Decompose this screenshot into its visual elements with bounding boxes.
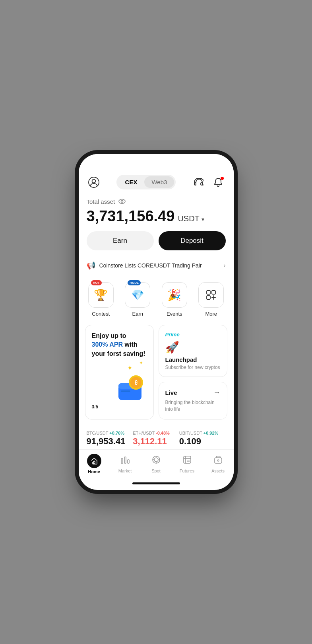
launchpad-subtitle: Subscribe for new cryptos [165, 365, 221, 370]
announcement-content: 📢 Coinstore Lists CORE/USDT Trading Pair [87, 261, 202, 270]
cex-tab[interactable]: CEX [118, 176, 145, 188]
contest-hot-badge: HOT [91, 280, 102, 285]
svg-rect-24 [184, 456, 191, 463]
home-icon [87, 454, 101, 468]
contest-label: Contest [92, 311, 110, 317]
events-icon-box: 🎉 [162, 282, 187, 308]
action-buttons: Earn Deposit [79, 231, 234, 257]
svg-point-1 [92, 179, 95, 183]
events-label: Events [167, 311, 182, 317]
mode-toggle[interactable]: CEX Web3 [116, 175, 176, 189]
earn-button[interactable]: Earn [87, 231, 154, 250]
nav-market[interactable]: Market [113, 455, 137, 473]
ticker-row: BTC/USDT +0.76% 91,953.41 ETH/USDT -0.48… [87, 431, 226, 447]
apr-value: 300% APR [92, 341, 123, 348]
earn-hodl-badge: HODL [128, 280, 141, 285]
bottom-nav: Home Market [79, 449, 234, 476]
home-label: Home [88, 469, 100, 474]
svg-rect-3 [201, 183, 202, 185]
earn-menu-icon: 💎 [131, 289, 144, 301]
megaphone-icon: 📢 [87, 261, 95, 270]
sparkle-2: ✦ [139, 360, 143, 366]
contest-icon-box: 🏆 HOT [88, 282, 114, 308]
svg-rect-6 [207, 291, 210, 294]
svg-rect-16 [124, 457, 126, 463]
svg-rect-14 [121, 390, 130, 392]
ticker-dots [87, 447, 226, 449]
announcement-chevron: › [223, 262, 225, 269]
svg-point-30 [217, 460, 219, 461]
futures-icon [182, 455, 192, 467]
svg-text:₿: ₿ [134, 379, 137, 386]
futures-label: Futures [180, 468, 194, 473]
menu-item-earn[interactable]: 💎 HODL Earn [124, 282, 151, 317]
home-indicator [79, 476, 234, 490]
spot-label: Spot [151, 468, 161, 473]
eth-price: 3,112.11 [133, 436, 179, 447]
cards-section: Enjoy up to 300% APR with your forst sav… [79, 320, 234, 424]
svg-rect-29 [215, 458, 222, 463]
nav-spot[interactable]: Spot [144, 455, 168, 473]
earn-menu-label: Earn [132, 311, 143, 317]
nav-assets[interactable]: Assets [206, 455, 230, 473]
coin-illustration: ✦ ✦ ₿ [92, 372, 147, 404]
ticker-eth[interactable]: ETH/USDT -0.48% 3,112.11 [133, 431, 179, 447]
home-bar [132, 482, 180, 484]
more-label: More [205, 311, 217, 317]
eth-label: ETH/USDT -0.48% [133, 431, 179, 435]
svg-rect-8 [207, 296, 210, 299]
ubit-label: UBIT/USDT +0.92% [179, 431, 226, 435]
svg-rect-2 [194, 183, 196, 185]
earn-card-bottom: ✦ ✦ ₿ [92, 372, 147, 413]
launchpad-title: Launchpad [165, 356, 221, 363]
total-asset-section: Total asset 3,731,156.49 USDT ▾ [79, 194, 234, 231]
currency-label[interactable]: USDT ▾ [178, 214, 204, 223]
live-card-header: Live → [165, 388, 221, 397]
svg-point-19 [154, 458, 158, 462]
contest-icon: 🏆 [94, 289, 108, 302]
wallet-coin-illustration: ₿ [115, 372, 147, 404]
ubit-price: 0.109 [179, 436, 226, 447]
live-card[interactable]: Live → Bringing the blockchain into life [159, 382, 227, 420]
earn-icon-box: 💎 HODL [125, 282, 150, 308]
svg-rect-15 [121, 459, 123, 463]
quick-menu: 🏆 HOT Contest 💎 HODL Earn 🎉 Events [79, 274, 234, 320]
deposit-button[interactable]: Deposit [159, 231, 226, 250]
btc-price: 91,953.41 [87, 436, 133, 447]
live-arrow-icon: → [213, 388, 221, 397]
more-grid-icon [205, 289, 217, 301]
assets-icon [213, 455, 223, 467]
svg-point-5 [121, 201, 123, 203]
earn-promo-card[interactable]: Enjoy up to 300% APR with your forst sav… [85, 325, 154, 420]
svg-rect-17 [128, 460, 129, 463]
ticker-section: BTC/USDT +0.76% 91,953.41 ETH/USDT -0.48… [79, 424, 234, 449]
earn-promo-text: Enjoy up to 300% APR with your forst sav… [92, 332, 147, 358]
menu-item-more[interactable]: More [197, 282, 225, 317]
sparkle-1: ✦ [127, 364, 132, 372]
ticker-ubit[interactable]: UBIT/USDT +0.92% 0.109 [179, 431, 226, 447]
currency-chevron: ▾ [202, 216, 204, 222]
web3-tab[interactable]: Web3 [144, 176, 174, 188]
live-title: Live [165, 389, 177, 396]
profile-icon[interactable] [87, 175, 101, 189]
total-asset-value: 3,731,156.49 USDT ▾ [87, 208, 226, 225]
menu-item-contest[interactable]: 🏆 HOT Contest [87, 282, 115, 317]
menu-item-events[interactable]: 🎉 Events [161, 282, 188, 317]
nav-home[interactable]: Home [82, 454, 106, 474]
ticker-btc[interactable]: BTC/USDT +0.76% 91,953.41 [87, 431, 133, 447]
svg-point-4 [119, 199, 125, 204]
card-page-indicator: 3/5 [92, 404, 147, 410]
more-icon-box [198, 282, 224, 308]
btc-label: BTC/USDT +0.76% [87, 431, 133, 435]
visibility-icon[interactable] [118, 197, 126, 205]
nav-futures[interactable]: Futures [175, 455, 199, 473]
rocket-icon: 🚀 [165, 341, 221, 354]
assets-label: Assets [211, 468, 225, 473]
notification-icon[interactable] [211, 175, 225, 189]
svg-rect-7 [212, 291, 215, 294]
announcement-banner[interactable]: 📢 Coinstore Lists CORE/USDT Trading Pair… [79, 257, 234, 274]
launchpad-card[interactable]: Prime 🚀 Launchpad Subscribe for new cryp… [159, 325, 227, 377]
app-header: CEX Web3 [79, 172, 234, 194]
support-icon[interactable] [191, 175, 205, 189]
total-asset-label: Total asset [87, 197, 226, 205]
